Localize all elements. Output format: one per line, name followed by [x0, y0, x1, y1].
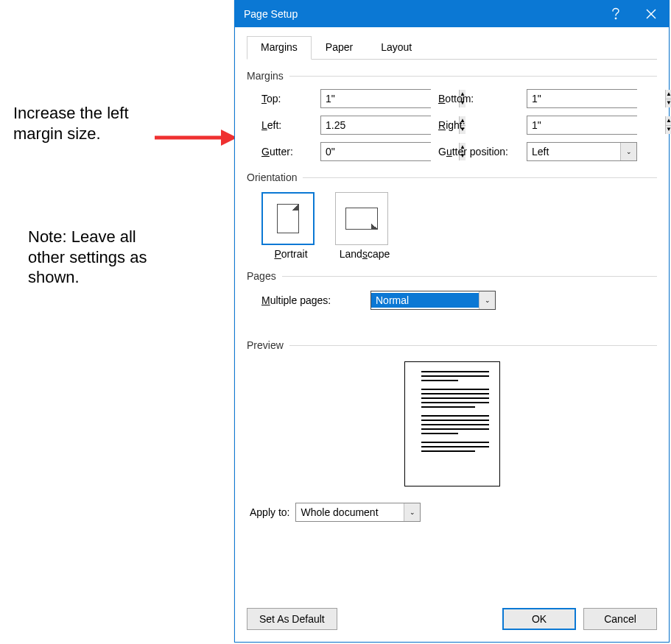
section-margins-label: Margins: [247, 70, 284, 82]
cancel-button[interactable]: Cancel: [583, 608, 657, 630]
section-preview: Preview: [247, 339, 657, 351]
section-pages-label: Pages: [247, 270, 276, 282]
portrait-icon: [261, 192, 315, 245]
multiple-pages-value: Normal: [371, 293, 479, 308]
orientation-portrait[interactable]: Portrait: [261, 192, 320, 260]
section-orientation-label: Orientation: [247, 171, 297, 183]
chevron-down-icon[interactable]: ⌄: [404, 503, 420, 521]
dialog-title: Page Setup: [244, 8, 298, 20]
instruction-note: Note: Leave all other settings as shown.: [28, 227, 147, 288]
help-button[interactable]: [598, 1, 633, 27]
section-margins: Margins: [247, 70, 657, 82]
top-spinner[interactable]: ▲▼: [320, 89, 431, 108]
chevron-down-icon[interactable]: ⌄: [479, 291, 495, 309]
spin-up-icon[interactable]: ▲: [666, 90, 671, 99]
spin-up-icon[interactable]: ▲: [666, 116, 671, 126]
right-label: Right:: [438, 119, 527, 131]
left-spinner[interactable]: ▲▼: [320, 116, 431, 135]
titlebar: Page Setup: [235, 1, 669, 27]
close-button[interactable]: [633, 1, 669, 27]
apply-to-value: Whole document: [296, 505, 404, 520]
right-input[interactable]: [527, 116, 665, 134]
section-orientation: Orientation: [247, 171, 657, 183]
tab-margins[interactable]: Margins: [247, 36, 312, 60]
multiple-pages-label: Multiple pages:: [261, 294, 357, 306]
gutter-label: Gutter:: [261, 146, 320, 158]
section-preview-label: Preview: [247, 339, 284, 351]
orientation-landscape[interactable]: Landscape: [335, 192, 394, 260]
arrow-annotation: [155, 127, 237, 149]
svg-point-2: [615, 18, 616, 19]
tab-paper[interactable]: Paper: [312, 36, 367, 60]
right-spinner[interactable]: ▲▼: [527, 116, 637, 135]
tab-layout[interactable]: Layout: [367, 36, 426, 60]
apply-to-label: Apply to:: [250, 506, 289, 518]
portrait-label: Portrait: [261, 248, 320, 260]
multiple-pages-select[interactable]: Normal ⌄: [370, 291, 496, 310]
bottom-input[interactable]: [527, 90, 665, 107]
bottom-label: Bottom:: [438, 93, 527, 105]
apply-to-select[interactable]: Whole document ⌄: [295, 503, 421, 522]
ok-button[interactable]: OK: [502, 608, 576, 630]
chevron-down-icon[interactable]: ⌄: [620, 143, 636, 160]
set-as-default-button[interactable]: Set As Default: [247, 608, 337, 630]
gutter-spinner[interactable]: ▲▼: [320, 142, 431, 161]
landscape-label: Landscape: [335, 248, 394, 260]
gutter-position-label: Gutter position:: [438, 146, 527, 158]
top-label: Top:: [261, 93, 320, 105]
spin-down-icon[interactable]: ▼: [666, 99, 671, 108]
instruction-increase-left: Increase the left margin size.: [13, 103, 129, 144]
landscape-icon: [335, 192, 388, 245]
section-pages: Pages: [247, 270, 657, 282]
left-label: Left:: [261, 119, 320, 131]
gutter-position-value: Left: [527, 144, 620, 159]
tabs: Margins Paper Layout: [247, 36, 657, 60]
bottom-spinner[interactable]: ▲▼: [527, 89, 637, 108]
page-setup-dialog: Page Setup Margins Paper Layout Margins: [234, 0, 670, 643]
spin-down-icon[interactable]: ▼: [666, 126, 671, 135]
gutter-position-select[interactable]: Left ⌄: [527, 142, 637, 161]
preview-page-icon: [404, 361, 500, 486]
